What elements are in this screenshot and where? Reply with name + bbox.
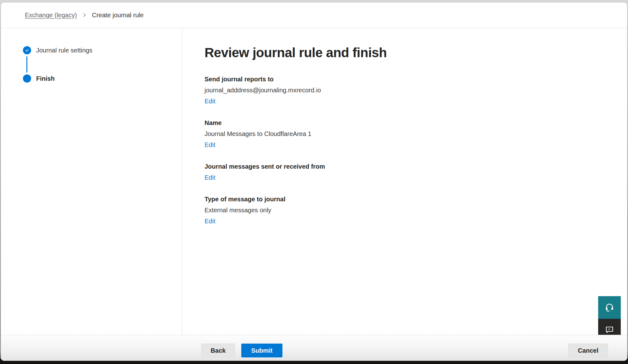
breadcrumb-current-page: Create journal rule [92,12,144,19]
breadcrumb-link-exchange-legacy[interactable]: Exchange (legacy) [25,12,77,19]
section-value: External messages only [205,206,627,214]
edit-message-type-link[interactable]: Edit [205,217,215,225]
check-circle-icon [23,46,31,54]
review-pane: Review journal rule and finish Send jour… [205,28,627,335]
review-section-journal-messages-scope: Journal messages sent or received from E… [205,162,627,182]
cancel-button[interactable]: Cancel [568,344,608,357]
edit-journal-messages-scope-link[interactable]: Edit [205,173,215,182]
page-title: Review journal rule and finish [205,45,627,60]
chat-bubble-icon [605,325,614,335]
wizard-footer: Back Submit Cancel [1,335,627,361]
edit-name-link[interactable]: Edit [205,141,215,149]
edit-send-journal-reports-link[interactable]: Edit [205,97,215,105]
step-label: Journal rule settings [36,47,92,54]
review-section-send-journal-reports-to: Send journal reports to journal_adddress… [205,75,627,105]
section-value: journal_adddress@journaling.mxrecord.io [205,86,627,94]
submit-button[interactable]: Submit [241,344,282,357]
step-connector-line [26,56,27,73]
wizard-step-journal-rule-settings[interactable]: Journal rule settings [23,46,182,54]
section-label: Journal messages sent or received from [205,162,627,171]
wizard-content: Journal rule settings Finish Review jour… [1,28,627,335]
app-window: Exchange (legacy) Create journal rule Jo… [1,2,627,361]
review-section-name: Name Journal Messages to CloudflareArea … [205,119,627,149]
section-label: Send journal reports to [205,75,627,83]
section-label: Name [205,119,627,127]
section-value: Journal Messages to CloudflareArea 1 [205,130,627,138]
chevron-right-icon [82,13,87,17]
section-label: Type of message to journal [205,195,627,203]
breadcrumb: Exchange (legacy) Create journal rule [1,3,627,28]
step-label: Finish [36,75,55,82]
wizard-step-finish: Finish [23,74,182,83]
help-button[interactable] [598,296,621,319]
back-button[interactable]: Back [201,344,235,357]
wizard-step-rail: Journal rule settings Finish [1,28,182,335]
review-section-message-type: Type of message to journal External mess… [205,195,627,225]
headset-icon [605,302,614,313]
filled-circle-icon [23,74,31,83]
